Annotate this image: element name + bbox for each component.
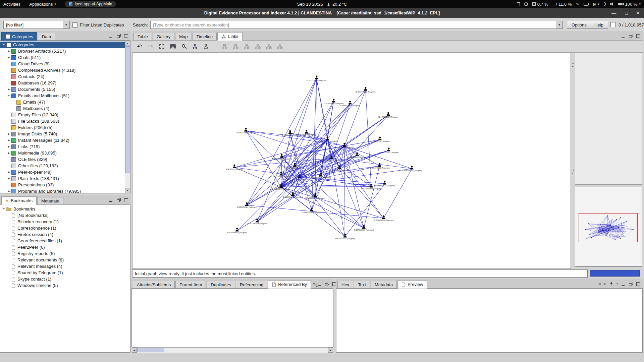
graph-node[interactable]: ID:4490215887 (Telegram) — [378, 112, 398, 118]
tab-text[interactable]: Text — [354, 281, 370, 288]
splitter-collapse-arrows[interactable]: ◂ ▸ — [571, 62, 575, 67]
tree-item-mailboxes-4[interactable]: Mailboxes (4) — [0, 105, 130, 112]
collapse-right-icon[interactable]: ▸ — [572, 65, 574, 67]
graph-node[interactable]: ID:1936654002 (Telegram) — [347, 152, 367, 158]
graph-node[interactable]: ID:1179304880 (Telegram) — [272, 154, 292, 160]
tab-hex[interactable]: Hex — [337, 281, 353, 288]
help-button[interactable]: Help — [590, 21, 608, 29]
expand-arrow-icon[interactable]: ▶ — [6, 132, 11, 135]
tree-item-plain-texts-188-431[interactable]: ▶Plain Texts (188,431) — [0, 175, 130, 182]
tab-categories[interactable]: Categories — [1, 32, 37, 41]
status-circle-icon[interactable] — [524, 2, 528, 6]
graph-node[interactable]: ID:5934170218 (Telegram) — [370, 163, 389, 169]
filter-combo[interactable]: [No filter] ▼ — [3, 21, 70, 29]
redo-button[interactable]: ↷ — [146, 42, 155, 51]
scrollbar-thumb[interactable] — [125, 46, 130, 173]
checkbox-icon[interactable] — [72, 22, 77, 27]
tree-item-links-719[interactable]: ▶Links (719) — [0, 143, 130, 150]
graph-layout-button[interactable] — [275, 42, 284, 51]
graph-node[interactable]: ID:5070983381 (Telegram) — [354, 225, 374, 231]
tab-table[interactable]: Table — [133, 33, 152, 40]
tree-item-programs-and-libraries-79-985[interactable]: ▶Programs and Libraries (79,985) — [0, 188, 130, 193]
expand-arrow-icon[interactable]: ▶ — [6, 88, 11, 91]
graph-layout-button[interactable] — [253, 42, 262, 51]
restore-panel-button[interactable] — [116, 198, 121, 202]
graph-node[interactable]: ID:2018479003 (Telegram) — [356, 87, 375, 93]
expand-arrow-icon[interactable]: ▶ — [6, 139, 11, 142]
graph-layout-button[interactable] — [231, 42, 240, 51]
combo-arrow-icon[interactable]: ▼ — [63, 21, 69, 28]
close-button[interactable]: × — [637, 10, 639, 16]
maximize-button[interactable]: □ — [625, 10, 628, 16]
keyboard-icon[interactable] — [584, 3, 589, 6]
graph-node[interactable]: ID:5345734524 (Telegram) — [237, 202, 257, 208]
tab-map[interactable]: Map — [175, 33, 192, 40]
graph-node[interactable]: ID:5302149876 (Telegram) — [334, 143, 354, 149]
fit-view-button[interactable] — [157, 42, 166, 51]
tree-item-instant-messages-11-342[interactable]: ▶Instant Messages (11,342) — [0, 137, 130, 143]
graph-node[interactable]: ID:6012478335 (Telegram) — [322, 155, 341, 161]
bookmark-item-georeferenced-files-1[interactable]: Georeferenced files (1) — [0, 238, 130, 244]
bookmark-item-no-bookmarks[interactable]: [No Bookmarks] — [0, 212, 130, 219]
tab-referencing[interactable]: Referencing — [236, 281, 267, 288]
tab-parent-item[interactable]: Parent Item — [175, 281, 206, 288]
graph-node[interactable]: ID:2087415563 (Telegram) — [379, 147, 398, 154]
tree-item-documents-5-155[interactable]: ▶Documents (5,155) — [0, 86, 130, 93]
collapse-arrow-icon[interactable]: ▼ — [6, 94, 11, 97]
graph-node[interactable]: ID:1035665721 (Telegram) — [289, 174, 309, 180]
graph-node[interactable]: ID:5573008214 (Telegram) — [311, 173, 331, 179]
graph-node[interactable]: ID:948207544 (Telegram) — [271, 184, 290, 190]
battery-indicator[interactable]: 100 %▾ — [618, 2, 641, 7]
search-input[interactable] — [151, 21, 556, 28]
graph-minimap[interactable] — [575, 187, 642, 267]
bookmark-item-bitlocker-recovery-1[interactable]: Bitlocker recovery (1) — [0, 219, 130, 225]
global-checkbox[interactable] — [610, 22, 615, 27]
bookmark-item-windows-timeline-5[interactable]: Windows timeline (5) — [0, 282, 130, 289]
chevron-down-icon[interactable]: ▾ — [616, 282, 618, 286]
graph-node[interactable]: ID:1744031298 (Telegram) — [370, 136, 390, 142]
graph-node[interactable]: ID:5109102932 (Telegram) — [335, 234, 355, 240]
expand-arrow-icon[interactable]: ▶ — [6, 50, 11, 53]
maximize-panel-button[interactable] — [124, 198, 128, 202]
references-hscrollbar[interactable]: ◀ ▶ — [132, 347, 333, 353]
tree-item-presentations-33[interactable]: Presentations (33) — [0, 182, 130, 188]
undo-button[interactable]: ↶ — [135, 42, 144, 51]
graph-layout-button[interactable] — [242, 42, 251, 51]
bookmark-item-shared-by-telegram-1[interactable]: Shared by Telegram (1) — [0, 269, 130, 276]
tree-item-emails-and-mailboxes-51[interactable]: ▼Emails and Mailboxes (51) — [0, 93, 130, 99]
maximize-panel-button[interactable] — [636, 282, 640, 286]
clock[interactable]: Sep 13 20:26 — [297, 2, 323, 7]
bookmark-item-relevant-documents-8[interactable]: Relevant documents (8) — [0, 257, 130, 263]
cpu-indicator[interactable]: 0.7 % — [532, 2, 548, 7]
keyboard-layout-indicator[interactable]: lv▾ — [593, 2, 599, 7]
expand-arrow-icon[interactable]: ▶ — [6, 171, 11, 174]
minimize-panel-button[interactable] — [317, 282, 322, 286]
pencil-icon[interactable]: ✎ — [576, 2, 579, 6]
maximize-panel-button[interactable] — [124, 34, 128, 38]
temperature-indicator[interactable]: 20.2 °C — [328, 2, 347, 7]
expand-arrow-icon[interactable]: ▶ — [6, 190, 11, 193]
taskbar-window-button[interactable]: iped-app-ui-AppMain — [65, 1, 116, 7]
tab-links[interactable]: Links — [217, 32, 242, 41]
tab-duplicates[interactable]: Duplicates — [207, 281, 235, 288]
tree-item-chats-511[interactable]: ▶Chats (511) — [0, 54, 130, 61]
tree-item-image-disks-5-740[interactable]: ▶Image Disks (5,740) — [0, 131, 130, 137]
categories-scrollbar[interactable]: ▲ ▼ — [125, 41, 130, 193]
maximize-panel-button[interactable] — [636, 34, 640, 38]
restore-panel-button[interactable] — [629, 34, 633, 38]
restore-panel-button[interactable] — [116, 34, 121, 38]
scrollbar-thumb[interactable] — [137, 348, 164, 352]
back-button[interactable]: ◀ — [598, 282, 601, 286]
tab-data[interactable]: Data — [38, 33, 55, 40]
combo-arrow-icon[interactable]: ▼ — [556, 21, 562, 28]
minimize-button[interactable]: — — [611, 10, 616, 16]
scroll-up-button[interactable]: ▲ — [125, 41, 130, 46]
graph-layout-button[interactable] — [220, 42, 229, 51]
analysis-button[interactable] — [202, 42, 210, 51]
graph-node[interactable]: ID:778203415 (Telegram) — [318, 136, 337, 142]
tab-metadata[interactable]: Metadata — [37, 197, 63, 204]
scroll-down-button[interactable]: ▼ — [125, 188, 130, 193]
minimize-panel-button[interactable] — [109, 34, 113, 38]
bookmark-item-registry-reports-5[interactable]: Registry reports (5) — [0, 250, 130, 257]
graph-node[interactable]: ID:6147746787 (Telegram) — [402, 166, 422, 172]
